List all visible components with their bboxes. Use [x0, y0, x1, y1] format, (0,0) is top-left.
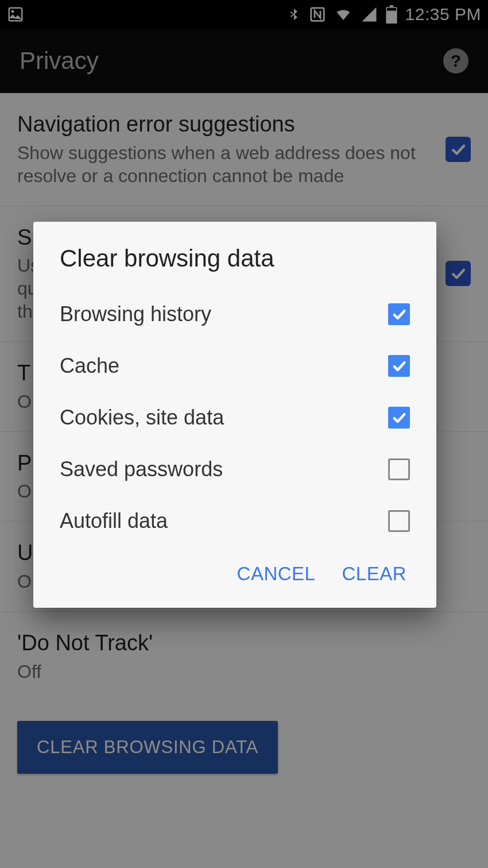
dialog-option-saved-passwords[interactable]: Saved passwords [60, 443, 410, 495]
clear-browsing-data-dialog: Clear browsing data Browsing history Cac… [33, 222, 436, 608]
checkbox-checked-icon[interactable] [388, 303, 410, 325]
dialog-title: Clear browsing data [60, 245, 410, 272]
clear-button[interactable]: CLEAR [342, 563, 406, 585]
dialog-option-cookies[interactable]: Cookies, site data [60, 392, 410, 443]
dialog-option-browsing-history[interactable]: Browsing history [60, 288, 410, 340]
checkbox-unchecked-icon[interactable] [388, 458, 410, 480]
dialog-option-label: Saved passwords [60, 457, 223, 481]
dialog-option-label: Cache [60, 354, 119, 378]
checkbox-checked-icon[interactable] [388, 407, 410, 429]
dialog-option-label: Autofill data [60, 509, 168, 533]
cancel-button[interactable]: CANCEL [237, 563, 316, 585]
dialog-option-autofill[interactable]: Autofill data [60, 495, 410, 547]
dialog-option-label: Browsing history [60, 302, 211, 326]
dialog-actions: CANCEL CLEAR [60, 547, 410, 597]
checkbox-unchecked-icon[interactable] [388, 510, 410, 532]
dialog-option-label: Cookies, site data [60, 406, 224, 430]
dialog-option-cache[interactable]: Cache [60, 340, 410, 392]
checkbox-checked-icon[interactable] [388, 355, 410, 377]
